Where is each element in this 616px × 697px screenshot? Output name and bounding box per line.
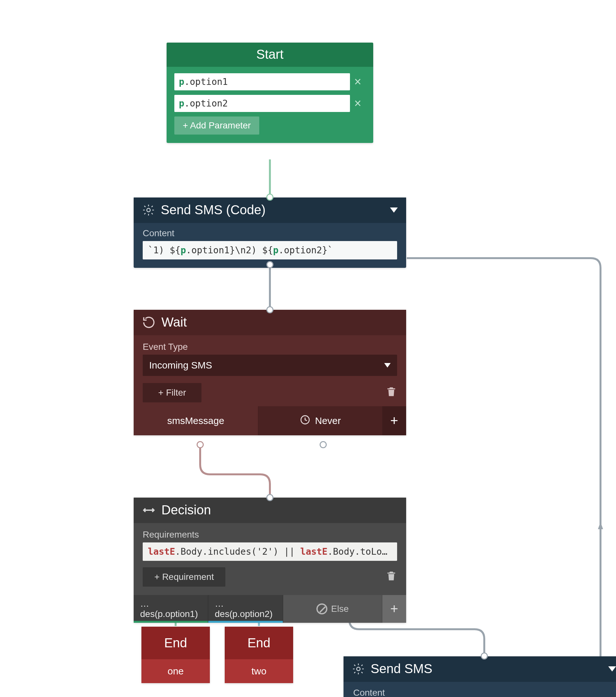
wait-branch-never[interactable]: Never <box>258 406 383 435</box>
start-node[interactable]: Start p.option1 × p.option2 × + Add Para… <box>166 43 373 143</box>
end-title: End <box>225 627 293 659</box>
wait-header[interactable]: Wait <box>134 310 406 335</box>
requirement-code-input[interactable]: lastE.Body.includes('2') || lastE.Body.t… <box>143 543 397 561</box>
add-requirement-button[interactable]: + Requirement <box>143 567 225 587</box>
close-icon[interactable]: × <box>350 97 365 110</box>
decision-branch-option1[interactable]: …des(p.option1) <box>134 595 208 623</box>
port-dot <box>196 441 204 448</box>
decision-branches: …des(p.option1) …des(p.option2) Else + <box>134 595 406 623</box>
svg-point-1 <box>147 208 150 212</box>
trash-icon[interactable] <box>385 386 397 400</box>
decision-title: Decision <box>161 503 211 517</box>
gear-icon <box>352 663 365 676</box>
gear-icon <box>142 204 155 217</box>
wait-branch-smsmessage[interactable]: smsMessage <box>134 406 258 435</box>
event-type-select[interactable]: Incoming SMS <box>143 355 397 376</box>
decision-branch-option2[interactable]: …des(p.option2) <box>208 595 283 623</box>
wait-node[interactable]: Wait Event Type Incoming SMS + Filter sm… <box>134 310 406 435</box>
add-parameter-button[interactable]: + Add Parameter <box>174 117 259 135</box>
decision-node[interactable]: Decision Requirements lastE.Body.include… <box>134 498 406 623</box>
end-title: End <box>142 627 210 659</box>
port-dot <box>266 494 274 501</box>
chevron-down-icon[interactable] <box>390 207 398 213</box>
end-node-one[interactable]: End one <box>142 627 210 683</box>
no-entry-icon <box>317 604 327 614</box>
port-dot <box>320 441 327 448</box>
trash-icon[interactable] <box>385 570 397 584</box>
clock-icon <box>299 414 311 428</box>
start-param-input[interactable]: p.option2 <box>174 95 350 112</box>
decision-header[interactable]: Decision <box>134 498 406 523</box>
port-dot <box>266 194 274 201</box>
arrows-horizontal-icon <box>142 503 156 517</box>
start-title: Start <box>256 47 283 62</box>
event-type-label: Event Type <box>143 342 397 352</box>
send-sms-code-title: Send SMS (Code) <box>161 203 266 217</box>
add-branch-button[interactable]: + <box>382 406 406 435</box>
port-dot <box>266 306 274 313</box>
send-sms-code-header[interactable]: Send SMS (Code) <box>134 197 406 223</box>
start-param-input[interactable]: p.option1 <box>174 73 350 90</box>
refresh-icon <box>142 315 156 329</box>
wait-title: Wait <box>161 315 187 329</box>
content-label: Content <box>143 228 397 238</box>
decision-branch-else[interactable]: Else <box>283 595 382 623</box>
send-sms-code-node[interactable]: Send SMS (Code) Content `1) ${p.option1}… <box>134 197 406 268</box>
start-header: Start <box>166 43 373 67</box>
requirements-label: Requirements <box>143 530 397 540</box>
send-sms-else-node[interactable]: Send SMS Content Sorry, do you want opti… <box>343 656 616 697</box>
send-sms-else-header[interactable]: Send SMS <box>343 656 616 682</box>
wait-branches: smsMessage Never + <box>134 406 406 435</box>
end-value: two <box>225 659 293 683</box>
content-code-input[interactable]: `1) ${p.option1}\n2) ${p.option2}` <box>143 241 397 259</box>
event-type-value: Incoming SMS <box>149 360 212 371</box>
end-node-two[interactable]: End two <box>225 627 293 683</box>
add-branch-button[interactable]: + <box>382 595 406 623</box>
svg-marker-0 <box>598 522 603 529</box>
send-sms-else-title: Send SMS <box>371 662 432 676</box>
close-icon[interactable]: × <box>350 75 365 89</box>
add-filter-button[interactable]: + Filter <box>143 383 202 402</box>
port-dot <box>481 652 488 659</box>
start-param-row: p.option2 × <box>174 95 365 112</box>
port-dot <box>266 261 274 268</box>
end-value: one <box>142 659 210 683</box>
start-param-row: p.option1 × <box>174 73 365 90</box>
content-label: Content <box>353 688 615 697</box>
svg-point-3 <box>357 667 360 670</box>
chevron-down-icon[interactable] <box>608 666 616 671</box>
chevron-down-icon <box>384 363 391 368</box>
